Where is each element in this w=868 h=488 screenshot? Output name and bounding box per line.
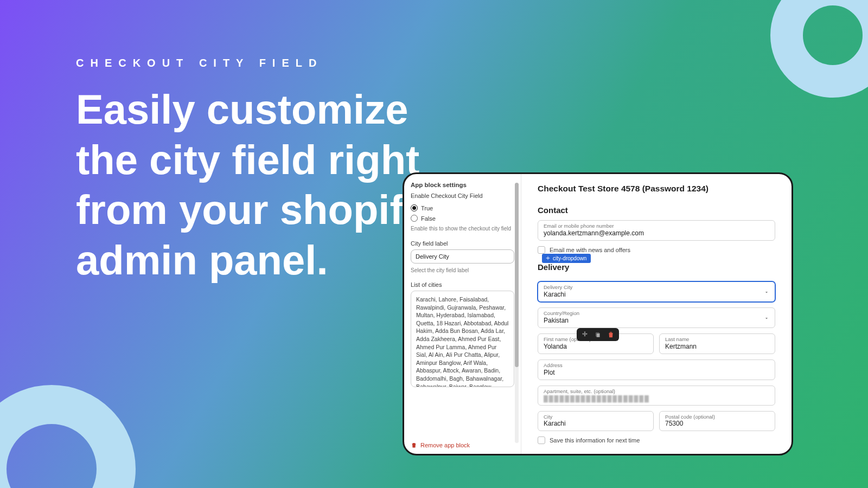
settings-scrollbar-thumb[interactable] bbox=[515, 183, 519, 367]
settings-panel: App block settings Enable Checkout City … bbox=[404, 174, 521, 454]
city-value: Karachi bbox=[544, 420, 566, 427]
postal-value: 75300 bbox=[665, 420, 683, 427]
badge-icon bbox=[545, 255, 551, 261]
postal-field[interactable]: Postal code (optional) 75300 bbox=[659, 411, 775, 432]
checkout-preview: Checkout Test Store 4578 (Password 1234)… bbox=[521, 174, 792, 454]
radio-false[interactable] bbox=[411, 215, 418, 222]
last-name-value: Kertzmann bbox=[665, 343, 697, 350]
radio-false-row[interactable]: False bbox=[411, 215, 514, 222]
postal-label: Postal code (optional) bbox=[665, 414, 769, 420]
delivery-section: Delivery city-dropdown Delivery City Kar… bbox=[538, 262, 775, 445]
address-value: Plot bbox=[544, 369, 555, 376]
enable-label: Enable Checkout City Field bbox=[411, 192, 514, 199]
delivery-heading: Delivery bbox=[538, 262, 775, 272]
city-dropdown-badge[interactable]: city-dropdown bbox=[542, 254, 591, 263]
news-checkbox-row[interactable]: Email me with news and offers bbox=[538, 246, 775, 254]
badge-text: city-dropdown bbox=[553, 255, 586, 261]
block-toolbar[interactable] bbox=[577, 328, 619, 341]
radio-true[interactable] bbox=[411, 204, 418, 211]
radio-true-row[interactable]: True bbox=[411, 204, 514, 211]
delivery-city-select[interactable]: Delivery City Karachi bbox=[538, 281, 775, 302]
save-info-label: Save this information for next time bbox=[550, 437, 640, 444]
save-info-checkbox[interactable] bbox=[538, 436, 545, 444]
city-field[interactable]: City Karachi bbox=[538, 411, 654, 432]
enable-help: Enable this to show the checkout city fi… bbox=[411, 225, 514, 233]
list-of-cities-heading: List of cities bbox=[411, 281, 514, 288]
email-label: Email or mobile phone number bbox=[544, 223, 769, 229]
remove-app-block-button[interactable]: Remove app block bbox=[411, 442, 470, 448]
news-checkbox[interactable] bbox=[538, 246, 545, 254]
app-preview-window: App block settings Enable Checkout City … bbox=[403, 172, 793, 455]
eyebrow-text: CHECKOUT CITY FIELD bbox=[76, 57, 456, 69]
address-label: Address bbox=[544, 363, 769, 369]
apartment-label: Apartment, suite, etc. (optional) bbox=[544, 389, 769, 395]
address-field[interactable]: Address Plot bbox=[538, 359, 775, 380]
country-select[interactable]: Country/Region Pakistan bbox=[538, 307, 775, 328]
settings-title: App block settings bbox=[411, 182, 514, 188]
country-value: Pakistan bbox=[544, 317, 569, 324]
move-icon[interactable] bbox=[581, 331, 589, 338]
radio-true-label: True bbox=[421, 205, 433, 211]
headline-text: Easily customize the city field right fr… bbox=[76, 85, 456, 286]
store-title: Checkout Test Store 4578 (Password 1234) bbox=[538, 184, 775, 194]
contact-heading: Contact bbox=[538, 206, 775, 215]
decor-ring-bottom-left bbox=[0, 385, 136, 488]
save-info-row[interactable]: Save this information for next time bbox=[538, 436, 775, 444]
remove-label: Remove app block bbox=[420, 442, 470, 448]
chevron-down-icon bbox=[764, 315, 769, 320]
decor-ring-top-right bbox=[770, 0, 868, 98]
delivery-city-label: Delivery City bbox=[544, 285, 769, 291]
email-field[interactable]: Email or mobile phone number yolanda.ker… bbox=[538, 220, 775, 241]
last-name-field[interactable]: Last name Kertzmann bbox=[659, 333, 775, 354]
city-field-label-heading: City field label bbox=[411, 240, 514, 247]
email-value: yolanda.kertzmann@example.com bbox=[544, 229, 644, 237]
trash-icon bbox=[411, 442, 417, 448]
delivery-city-value: Karachi bbox=[544, 291, 566, 298]
city-field-label-input[interactable] bbox=[411, 249, 514, 264]
delete-icon[interactable] bbox=[607, 331, 615, 338]
country-label: Country/Region bbox=[544, 311, 769, 317]
news-label: Email me with news and offers bbox=[550, 247, 630, 253]
cities-textarea[interactable]: Karachi, Lahore, Faisalabad, Rawalpindi,… bbox=[411, 291, 514, 387]
chevron-down-icon bbox=[764, 289, 769, 294]
city-field-label-help: Select the city field label bbox=[411, 267, 514, 274]
first-name-value: Yolanda bbox=[544, 343, 567, 350]
city-label: City bbox=[544, 414, 648, 420]
radio-false-label: False bbox=[421, 215, 436, 222]
last-name-label: Last name bbox=[665, 337, 769, 343]
apartment-value-redacted: ████████████████████ bbox=[544, 395, 650, 402]
apartment-field[interactable]: Apartment, suite, etc. (optional) ██████… bbox=[538, 386, 775, 406]
duplicate-icon[interactable] bbox=[594, 331, 602, 338]
marketing-copy: CHECKOUT CITY FIELD Easily customize the… bbox=[76, 57, 456, 286]
